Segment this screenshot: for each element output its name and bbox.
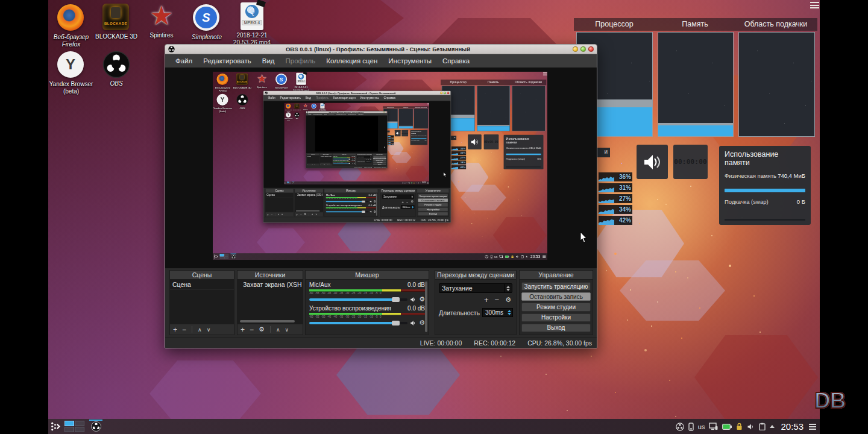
add-source-button[interactable]: + xyxy=(241,326,245,334)
slider-handle[interactable] xyxy=(392,321,400,326)
preview-mixer-panel: Микшер Mic/Aux 0.0 dB -60 -55 -50 -45 -4… xyxy=(324,189,378,217)
preview-add-source-button: + xyxy=(320,164,321,166)
menu-view[interactable]: Вид xyxy=(257,54,280,68)
menu-tools[interactable]: Инструменты xyxy=(383,54,437,68)
transitions-header: Переходы между сценами xyxy=(435,271,516,280)
transition-properties-icon[interactable]: ⚙ xyxy=(505,297,511,303)
source-down-button[interactable]: ∨ xyxy=(285,327,289,333)
keyboard-layout-indicator[interactable]: us xyxy=(698,423,705,430)
add-scene-button[interactable]: + xyxy=(173,326,177,334)
channel-settings-icon[interactable]: ⚙ xyxy=(419,297,425,303)
preview-spintires-star-icon: ★ xyxy=(303,103,308,108)
source-list-item[interactable]: Захват экрана (XSH xyxy=(237,280,303,289)
preview-memory-usage-tooltip: Использование памяти Физическая память 7… xyxy=(410,130,428,145)
obs-menubar: Файл Редактировать Вид Профиль Коллекция… xyxy=(165,54,597,68)
virtual-desktop-pager[interactable] xyxy=(64,421,84,432)
channel-settings-icon[interactable]: ⚙ xyxy=(419,320,425,326)
mute-speaker-icon[interactable] xyxy=(410,320,417,326)
remove-transition-button[interactable]: − xyxy=(495,297,500,304)
horizontal-scrollbar[interactable] xyxy=(240,320,295,322)
virtual-desktop-cell[interactable] xyxy=(64,427,74,432)
preview-obs-window: OBS 0.0.1 (linux) - Профиль: Безымянный … xyxy=(306,111,388,168)
preview-source-up-button: ∧ xyxy=(312,213,313,216)
duration-spinbox[interactable]: 300ms xyxy=(482,308,513,317)
spinbox-arrows-icon[interactable] xyxy=(506,309,512,316)
preview-hexagon-shape xyxy=(299,72,367,93)
preview-sources-toolbar: + − ⚙ ∧ ∨ xyxy=(295,212,323,217)
volume-slider[interactable] xyxy=(309,298,407,301)
cpu-column-header: Процессор xyxy=(576,18,653,31)
desktop-icon-yandex-browser[interactable]: Y Yandex Browser (beta) xyxy=(49,51,93,95)
menu-help[interactable]: Справка xyxy=(437,54,475,68)
lock-icon[interactable] xyxy=(736,423,743,430)
desktop: Веб-браузер Firefox BLOCKADE BLOCKADE 3D… xyxy=(48,0,820,434)
preview-scenes-header: Сцены xyxy=(266,189,294,193)
desktop-icon-mp4-file[interactable]: Q MPEG 4 2018-12-21 20-53-26.mp4 xyxy=(230,2,274,46)
desktop-icon-firefox[interactable]: Веб-браузер Firefox xyxy=(49,4,93,48)
scene-list-item[interactable]: Сцена xyxy=(170,280,234,290)
preview-menu-file: Файл xyxy=(266,95,278,101)
menu-profile[interactable]: Профиль xyxy=(280,54,321,68)
close-button[interactable] xyxy=(588,46,594,52)
mpeg4-file-icon: Q MPEG 4 xyxy=(238,2,266,30)
studio-mode-button[interactable]: Режим студии xyxy=(521,303,591,311)
vertical-scrollbar[interactable] xyxy=(425,281,427,332)
source-up-button[interactable]: ∧ xyxy=(276,327,280,333)
scene-down-button[interactable]: ∨ xyxy=(207,327,211,333)
cpu-core-graphs-widget: 36% 31% 27% 34% 42% xyxy=(599,172,632,227)
obs-tray-icon[interactable] xyxy=(676,423,684,431)
menu-edit[interactable]: Редактировать xyxy=(198,54,256,68)
desktop-icon-simplenote[interactable]: S Simplenote xyxy=(184,4,229,41)
desktop-icon-blockade3d[interactable]: BLOCKADE BLOCKADE 3D xyxy=(94,4,139,40)
stop-recording-button[interactable]: Остановить запись xyxy=(521,292,591,301)
preview-menu-tools: Инструменты xyxy=(358,95,382,101)
desktop-icon-spintires[interactable]: ★ Spintires xyxy=(139,2,184,39)
widget-menu-icon[interactable] xyxy=(810,1,819,9)
network-icon[interactable] xyxy=(709,423,718,430)
remove-scene-button[interactable]: − xyxy=(182,326,186,334)
preview-cpu-bar-panel xyxy=(442,86,475,131)
menu-scene-collection[interactable]: Коллекция сцен xyxy=(321,54,383,68)
icon-label: Yandex Browser (beta) xyxy=(49,81,93,95)
clock[interactable]: 20:53 xyxy=(781,421,804,432)
sources-panel: Источники Захват экрана (XSH + xyxy=(237,270,303,335)
exit-button[interactable]: Выход xyxy=(521,324,591,332)
settings-button[interactable]: Настройки xyxy=(521,313,591,322)
usb-device-icon[interactable] xyxy=(688,423,694,431)
battery-icon[interactable] xyxy=(722,424,732,430)
preview-menu-file: Файл xyxy=(307,113,312,115)
scene-up-button[interactable]: ∧ xyxy=(198,327,202,333)
timer-widget[interactable]: 00:00:00 xyxy=(673,145,708,179)
taskbar-obs-task[interactable] xyxy=(88,420,104,434)
preview-menu-profile: Профиль xyxy=(313,95,331,101)
obs-titlebar[interactable]: OBS 0.0.1 (linux) - Профиль: Безымянный … xyxy=(165,45,597,54)
obs-window: OBS 0.0.1 (linux) - Профиль: Безымянный … xyxy=(165,44,597,348)
desktop-icon-obs[interactable]: OBS xyxy=(94,51,139,87)
remove-source-button[interactable]: − xyxy=(250,326,254,334)
source-properties-icon[interactable]: ⚙ xyxy=(259,327,265,333)
preview-mpeg4-file-icon: Q MPEG 4 xyxy=(320,103,326,108)
preview-slider-handle xyxy=(362,200,365,202)
maximize-button[interactable] xyxy=(580,46,586,52)
app-launcher-icon[interactable] xyxy=(51,421,61,432)
virtual-desktop-cell[interactable] xyxy=(64,421,74,426)
volume-slider[interactable] xyxy=(309,322,407,324)
add-transition-button[interactable]: + xyxy=(484,297,489,304)
mute-speaker-icon[interactable] xyxy=(410,297,417,303)
preview-hexagon-shape xyxy=(257,228,305,257)
clipboard-icon[interactable] xyxy=(759,423,766,430)
minimize-button[interactable] xyxy=(573,46,578,52)
tray-expander-icon[interactable] xyxy=(770,425,775,428)
menu-file[interactable]: Файл xyxy=(170,54,198,68)
virtual-desktop-cell[interactable] xyxy=(75,427,84,432)
preview-battery-icon xyxy=(411,182,413,183)
panel-menu-icon[interactable] xyxy=(809,424,816,430)
start-streaming-button[interactable]: Запустить трансляцию xyxy=(521,282,591,291)
transition-select[interactable]: Затухание xyxy=(439,283,512,293)
preview-physical-memory-row: Физическая память 740,4 МиБ xyxy=(411,135,426,136)
simplenote-icon: S xyxy=(193,4,221,32)
slider-handle[interactable] xyxy=(392,297,400,302)
volume-tray-icon[interactable] xyxy=(747,423,755,430)
virtual-desktop-cell[interactable] xyxy=(75,421,84,426)
preview-icon-label: 2018-12-21 20-53-26.mp4 xyxy=(318,109,327,112)
